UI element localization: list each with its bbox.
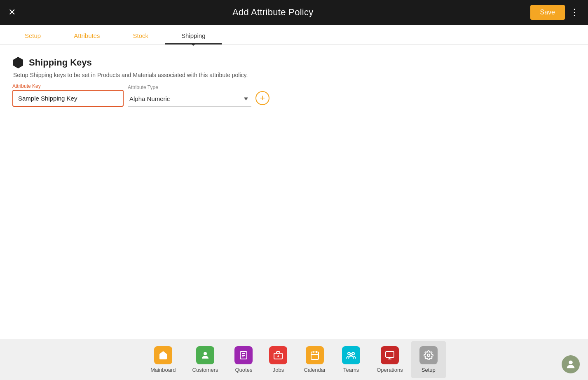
attribute-key-label: Attribute Key <box>12 83 41 89</box>
page-title: Add Attribute Policy <box>232 7 314 18</box>
attribute-key-field: Attribute Key <box>12 90 124 107</box>
attribute-key-input[interactable] <box>12 90 124 107</box>
header-actions: Save ⋮ <box>530 5 580 20</box>
section-title: Shipping Keys <box>29 57 92 68</box>
tab-attributes[interactable]: Attributes <box>57 27 116 45</box>
section-header: Shipping Keys <box>12 57 576 68</box>
nav-items: Mainboard Customers Quotes Jobs Calendar <box>142 341 446 378</box>
svg-point-14 <box>350 353 352 356</box>
add-row-button[interactable]: + <box>255 91 269 105</box>
nav-item-teams[interactable]: Teams <box>334 341 368 378</box>
nav-label-mainboard: Mainboard <box>150 367 176 373</box>
calendar-icon <box>306 346 324 364</box>
nav-label-teams: Teams <box>343 367 359 373</box>
attribute-type-select[interactable]: Alpha Numeric Numeric Boolean Date Text <box>128 91 251 107</box>
close-button[interactable]: ✕ <box>8 8 16 17</box>
attribute-form-row: Attribute Key Attribute Type Alpha Numer… <box>12 90 576 107</box>
tab-shipping[interactable]: Shipping <box>165 27 222 45</box>
mainboard-icon <box>154 346 172 364</box>
top-header: ✕ Add Attribute Policy Save ⋮ <box>0 0 588 25</box>
svg-point-0 <box>204 352 207 355</box>
nav-item-jobs[interactable]: Jobs <box>261 341 295 378</box>
nav-label-setup: Setup <box>422 367 436 373</box>
save-button[interactable]: Save <box>530 5 565 20</box>
section-description: Setup Shipping keys to be set in Product… <box>13 72 576 78</box>
attribute-type-label: Attribute Type <box>128 84 158 90</box>
nav-item-calendar[interactable]: Calendar <box>295 341 334 378</box>
main-content: Shipping Keys Setup Shipping keys to be … <box>0 45 588 339</box>
operations-icon <box>381 346 399 364</box>
nav-item-mainboard[interactable]: Mainboard <box>142 341 184 378</box>
nav-label-operations: Operations <box>377 367 403 373</box>
more-options-button[interactable]: ⋮ <box>570 7 580 18</box>
nav-label-quotes: Quotes <box>235 367 253 373</box>
svg-point-17 <box>569 361 572 364</box>
setup-icon <box>419 346 438 364</box>
nav-item-quotes[interactable]: Quotes <box>226 341 261 378</box>
user-avatar[interactable] <box>562 355 580 373</box>
attribute-type-select-wrapper: Alpha Numeric Numeric Boolean Date Text <box>128 91 251 107</box>
nav-item-customers[interactable]: Customers <box>184 341 227 378</box>
customers-icon <box>196 346 214 364</box>
svg-rect-15 <box>386 352 394 357</box>
section-icon <box>12 57 24 68</box>
nav-label-customers: Customers <box>192 367 218 373</box>
teams-icon <box>342 346 360 364</box>
svg-point-16 <box>427 354 430 357</box>
tabs-bar: Setup Attributes Stock Shipping <box>0 25 588 45</box>
nav-item-setup[interactable]: Setup <box>411 341 446 378</box>
attribute-type-field: Attribute Type Alpha Numeric Numeric Boo… <box>128 91 251 107</box>
quotes-icon <box>234 346 253 364</box>
nav-label-calendar: Calendar <box>304 367 326 373</box>
nav-label-jobs: Jobs <box>273 367 284 373</box>
svg-rect-8 <box>311 352 319 359</box>
nav-item-operations[interactable]: Operations <box>368 341 411 378</box>
jobs-icon <box>269 346 287 364</box>
tab-stock[interactable]: Stock <box>117 27 165 45</box>
bottom-nav: Mainboard Customers Quotes Jobs Calendar <box>0 339 588 380</box>
tab-setup[interactable]: Setup <box>8 27 57 45</box>
